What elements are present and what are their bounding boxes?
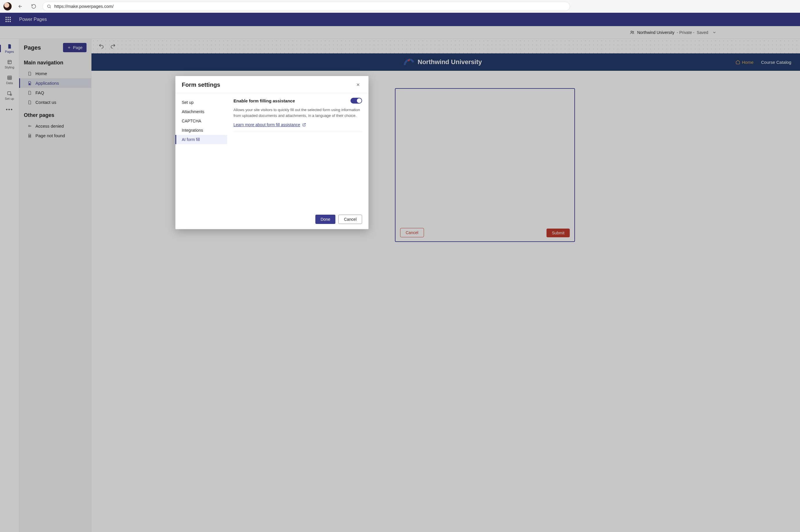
external-link-icon xyxy=(302,123,306,127)
browser-chrome: https://make.powerpages.com/ xyxy=(0,0,800,13)
tab-setup[interactable]: Set up xyxy=(176,98,227,107)
refresh-button[interactable] xyxy=(29,2,38,11)
learn-more-link[interactable]: Learn more about form fill assistance xyxy=(234,122,306,127)
search-icon xyxy=(47,4,51,9)
enable-assistance-toggle[interactable] xyxy=(350,98,362,103)
dialog-content: Enable form filling assistance Allows yo… xyxy=(227,96,368,211)
toggle-description: Allows your site visitors to quickly fil… xyxy=(234,107,362,118)
tab-attachments[interactable]: Attachments xyxy=(176,107,227,116)
avatar[interactable] xyxy=(3,2,12,11)
dialog-title: Form settings xyxy=(182,81,220,88)
divider xyxy=(234,132,362,132)
tab-captcha[interactable]: CAPTCHA xyxy=(176,116,227,126)
form-settings-dialog: Form settings Set up Attachments CAPTCHA… xyxy=(176,76,368,229)
toggle-label: Enable form filling assistance xyxy=(234,98,295,103)
dialog-tabs: Set up Attachments CAPTCHA Integrations … xyxy=(176,96,227,211)
cancel-button[interactable]: Cancel xyxy=(338,215,362,224)
back-button[interactable] xyxy=(16,2,25,11)
address-bar[interactable]: https://make.powerpages.com/ xyxy=(42,2,570,11)
done-button[interactable]: Done xyxy=(315,215,335,224)
url-text: https://make.powerpages.com/ xyxy=(54,4,113,9)
tab-ai-form-fill[interactable]: AI form fill xyxy=(176,135,227,144)
tab-integrations[interactable]: Integrations xyxy=(176,126,227,135)
svg-point-0 xyxy=(48,5,50,7)
close-button[interactable] xyxy=(354,81,362,89)
modal-overlay xyxy=(0,13,800,532)
